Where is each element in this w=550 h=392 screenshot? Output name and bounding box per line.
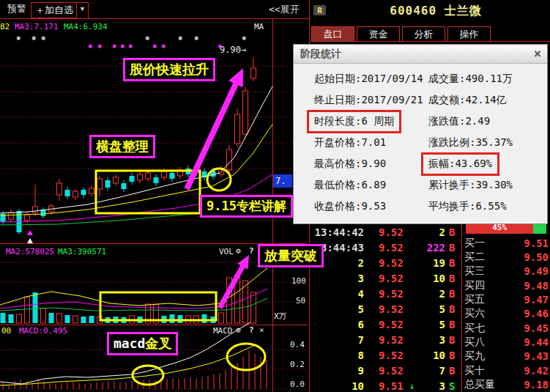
stat-right-value: 累计换手:39.30% (428, 179, 513, 192)
buy-level-label: 买三 (464, 265, 507, 278)
buy-level-row: 买七9.45 (464, 321, 549, 335)
stats-panel-titlebar[interactable]: 阶段统计 × (294, 45, 547, 64)
trade-cell: 5 (420, 319, 445, 330)
buy-level-price: 9.51 (507, 237, 549, 249)
close-icon[interactable]: × (534, 46, 541, 61)
buy-level-label: 买十 (464, 364, 507, 377)
buy-level-label: 总买量 (464, 378, 507, 391)
trade-cell: 222 (420, 242, 445, 254)
buy-level-row: 买三9.49 (464, 265, 549, 278)
stat-left-value: 最低价格:6.89 (314, 179, 386, 192)
stat-row: 最低价格:6.89累计换手:39.30% (294, 179, 547, 200)
trade-row: 13:44:429.522B (310, 224, 461, 240)
trade-row: 99.527B (310, 363, 461, 378)
trade-cell: 10 (420, 350, 445, 361)
stat-left-value: 开盘价格:7.01 (314, 136, 386, 149)
current-price-tag: 7. (273, 174, 292, 188)
trade-cell: 2 (420, 288, 445, 300)
annotation-macd-cross: macd金叉 (107, 332, 178, 355)
trade-row: 79.523B (310, 332, 461, 347)
stat-left-value: 最高价格:9.90 (314, 158, 386, 171)
buy-level-row: 总买量9.18 (464, 377, 549, 391)
highlight-box: 时段长度:6 周期 (307, 110, 401, 133)
annotation-breakout: 放量突破 (258, 244, 324, 267)
buy-level-price: 9.18 (507, 379, 549, 391)
annotation-macd-prefix: macd (114, 336, 145, 351)
buy-level-label: 买四 (464, 279, 507, 292)
buy-sell-ratio-bar: 45% (466, 224, 546, 234)
buy-level-price: 9.47 (507, 294, 549, 306)
trade-row: 109.51↓3S (310, 378, 461, 392)
buy-level-row: 买十9.42 (464, 363, 549, 377)
buy-level-price: 9.49 (507, 265, 549, 277)
trade-row: 59.525B (310, 301, 461, 317)
trade-cell: B (449, 273, 461, 284)
trade-cell: 13:44:42 (310, 226, 364, 238)
trade-cell: B (449, 226, 461, 238)
trade-cell: B (449, 257, 461, 269)
buy-level-row: 买六9.46 (464, 307, 549, 321)
buy-level-price: 9.42 (507, 365, 549, 377)
trade-cell: 9.52 (379, 288, 409, 300)
trade-cell: 5 (420, 303, 445, 315)
stage-statistics-panel: 阶段统计 × 起始日期:2017/09/14成交量:490.11万终止日期:20… (293, 44, 548, 224)
trade-cell: 4 (310, 288, 364, 300)
trade-cell: 9.52 (379, 226, 409, 238)
buy-level-label: 买七 (464, 322, 507, 335)
buy-level-label: 买五 (464, 293, 507, 306)
annotation-sideways: 横盘整理 (89, 135, 155, 158)
trade-cell: 9.52 (379, 273, 409, 284)
buy-level-label: 买八 (464, 336, 507, 349)
ratio-bar-sell-segment (533, 224, 546, 234)
trade-cell: 9 (310, 365, 364, 377)
trade-cell: 9.52 (379, 242, 409, 254)
trade-cell: 19 (420, 257, 445, 269)
annotation-column: 9.15专栏讲解 (200, 195, 293, 218)
trade-cell: 3 (420, 380, 445, 392)
buy-level-price: 9.50 (507, 251, 549, 263)
buy-level-row: 买八9.44 (464, 335, 549, 349)
stat-left-value: 终止日期:2017/09/21 (314, 94, 423, 107)
buy-order-queue[interactable]: 买一9.51买二9.50买三9.49买四9.48买五9.47买六9.46买七9.… (464, 236, 549, 392)
trade-cell: 5 (310, 303, 364, 315)
trade-cell: 7 (310, 334, 364, 346)
trade-cell: B (449, 350, 461, 361)
stat-row: 开盘价格:7.01涨跌比例:35.37% (294, 136, 547, 158)
stat-right-value: 成交额:42.14亿 (428, 94, 507, 107)
trade-cell: 3 (420, 334, 445, 346)
trade-row: 49.522B (310, 286, 461, 301)
tick-trade-list[interactable]: 13:44:429.522B13:44:439.52222B29.5219B39… (310, 224, 461, 392)
trade-cell: 9.52 (379, 334, 409, 346)
trade-cell: 9.52 (379, 365, 409, 377)
trade-cell: 9.52 (379, 303, 409, 315)
stat-row: 起始日期:2017/09/14成交量:490.11万 (294, 73, 547, 94)
trade-cell: 10 (420, 273, 445, 284)
stat-row: 时段长度:6 周期涨跌值:2.49 (294, 115, 547, 136)
ratio-label: 45% (492, 224, 507, 232)
buy-level-price: 9.45 (507, 322, 549, 334)
trade-row: 39.5210B (310, 270, 461, 286)
buy-level-label: 买二 (464, 251, 507, 264)
buy-level-price: 9.43 (507, 350, 549, 362)
stat-right-value: 平均换手:6.55% (428, 200, 507, 213)
stat-left-value: 时段长度:6 周期 (314, 115, 394, 128)
buy-level-price: 9.44 (507, 336, 549, 348)
stat-right-value: 振幅:43.69% (428, 158, 492, 171)
buy-level-row: 买四9.48 (464, 278, 549, 292)
trade-cell: B (449, 334, 461, 346)
buy-level-row: 买一9.51 (464, 236, 549, 250)
trade-row: 69.525B (310, 317, 461, 332)
price-down-icon: ↓ (409, 381, 420, 391)
ratio-bar-buy-segment: 45% (466, 224, 533, 234)
trade-cell: 6 (310, 319, 364, 330)
trade-cell: 10 (310, 380, 364, 392)
buy-level-row: 买九9.43 (464, 350, 549, 363)
trade-row: 89.5210B (310, 347, 461, 363)
trade-cell: 9.52 (379, 319, 409, 330)
trade-cell: 2 (420, 226, 445, 238)
trade-cell: 9.52 (379, 257, 409, 269)
trade-cell: 9.51 (379, 380, 409, 392)
buy-level-label: 买九 (464, 350, 507, 363)
trade-row: 29.5219B (310, 255, 461, 270)
buy-level-label: 买六 (464, 307, 507, 320)
